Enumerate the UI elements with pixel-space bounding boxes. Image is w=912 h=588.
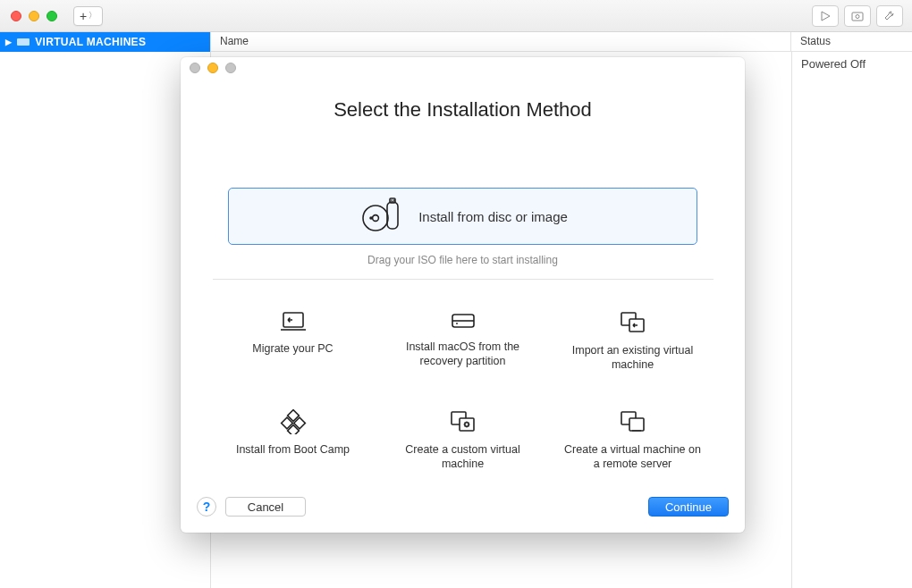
minimize-window-button[interactable] xyxy=(29,11,39,21)
disclosure-triangle-icon: ▶ xyxy=(5,38,12,46)
sidebar-heading-label: VIRTUAL MACHINES xyxy=(35,36,146,48)
svg-rect-3 xyxy=(17,38,30,46)
custom-vm-icon xyxy=(449,409,477,434)
toolbar-right xyxy=(812,5,903,27)
migrate-pc-option[interactable]: Migrate your PC xyxy=(213,310,374,372)
vm-row-status: Powered Off xyxy=(791,52,912,588)
chevron-down-icon: 〉 xyxy=(89,10,97,21)
svg-point-6 xyxy=(370,217,372,219)
wrench-icon xyxy=(883,10,896,22)
create-custom-vm-option[interactable]: Create a custom virtual machine xyxy=(383,409,544,471)
play-button[interactable] xyxy=(812,5,839,27)
keyboard-icon xyxy=(17,38,30,47)
svg-rect-9 xyxy=(392,199,393,201)
option-label: Migrate your PC xyxy=(252,342,333,357)
main-titlebar: + 〉 xyxy=(0,0,912,32)
install-bootcamp-option[interactable]: Install from Boot Camp xyxy=(213,409,374,471)
column-headers: Name Status xyxy=(211,32,912,52)
plus-icon: + xyxy=(80,9,87,23)
svg-rect-11 xyxy=(283,313,303,327)
help-button[interactable]: ? xyxy=(197,497,216,517)
sidebar-heading[interactable]: ▶ VIRTUAL MACHINES xyxy=(0,32,210,52)
dialog-close-button[interactable] xyxy=(190,63,200,73)
remote-vm-icon xyxy=(619,409,647,434)
add-button[interactable]: + 〉 xyxy=(73,6,103,26)
option-label: Create a virtual machine on a remote ser… xyxy=(562,443,705,471)
bootcamp-icon xyxy=(280,409,307,434)
import-vm-option[interactable]: Import an existing virtual machine xyxy=(553,310,714,372)
installation-method-dialog: Select the Installation Method Install f… xyxy=(181,57,745,533)
svg-point-14 xyxy=(456,323,458,324)
svg-rect-7 xyxy=(387,202,398,229)
disc-usb-icon xyxy=(358,197,406,237)
close-window-button[interactable] xyxy=(11,11,21,21)
svg-point-4 xyxy=(363,206,388,231)
snapshot-button[interactable] xyxy=(844,5,871,27)
column-name[interactable]: Name xyxy=(211,32,791,52)
zoom-window-button[interactable] xyxy=(46,11,57,21)
dialog-title: Select the Installation Method xyxy=(334,98,592,122)
snapshot-icon xyxy=(851,11,864,21)
drag-hint: Drag your ISO file here to start install… xyxy=(367,254,558,266)
import-vm-icon xyxy=(619,310,647,335)
svg-point-5 xyxy=(373,214,379,221)
divider xyxy=(213,279,714,280)
column-status[interactable]: Status xyxy=(791,32,912,52)
option-label: Install macOS from the recovery partitio… xyxy=(392,340,535,368)
svg-point-2 xyxy=(856,14,859,18)
svg-marker-0 xyxy=(822,12,830,21)
dialog-titlebar xyxy=(181,57,745,79)
continue-label: Continue xyxy=(665,500,712,514)
migrate-pc-icon xyxy=(280,310,307,333)
play-icon xyxy=(820,11,831,21)
option-label: Create a custom virtual machine xyxy=(392,443,535,471)
svg-rect-1 xyxy=(852,13,863,21)
svg-rect-23 xyxy=(460,418,474,431)
sidebar: ▶ VIRTUAL MACHINES xyxy=(0,32,211,588)
continue-button[interactable]: Continue xyxy=(648,497,729,517)
dialog-minimize-button[interactable] xyxy=(207,63,218,73)
dialog-zoom-button[interactable] xyxy=(225,63,236,73)
options-grid: Migrate your PC Install macOS from the r… xyxy=(213,310,714,472)
hard-drive-icon xyxy=(450,310,477,332)
tools-button[interactable] xyxy=(876,5,903,27)
option-label: Import an existing virtual machine xyxy=(562,344,705,372)
help-icon: ? xyxy=(203,500,211,514)
cancel-label: Cancel xyxy=(248,500,283,514)
cancel-button[interactable]: Cancel xyxy=(225,497,306,517)
svg-rect-26 xyxy=(629,418,644,431)
install-from-disc-label: Install from disc or image xyxy=(418,209,568,224)
dialog-footer: ? Cancel Continue xyxy=(181,490,745,533)
install-from-disc-option[interactable]: Install from disc or image xyxy=(228,188,697,245)
install-macos-recovery-option[interactable]: Install macOS from the recovery partitio… xyxy=(383,310,544,372)
create-remote-vm-option[interactable]: Create a virtual machine on a remote ser… xyxy=(553,409,714,471)
main-traffic-lights xyxy=(11,11,57,21)
option-label: Install from Boot Camp xyxy=(236,443,350,458)
svg-rect-10 xyxy=(393,199,394,201)
